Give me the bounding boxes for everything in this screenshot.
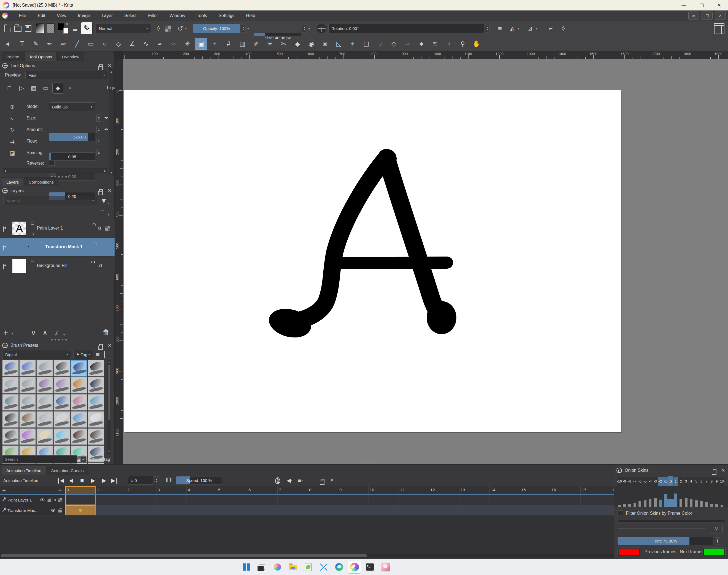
brush-preset-tile[interactable] — [2, 428, 19, 445]
brush-size-slider[interactable]: Size: 40.00 px — [254, 33, 301, 42]
add-timeline-layer-button[interactable]: + — [2, 487, 6, 494]
brush-preset-tile[interactable] — [2, 377, 19, 394]
layer-inherit-alpha-icon[interactable] — [105, 226, 110, 231]
pin-icon[interactable] — [2, 498, 5, 501]
timeline-frame-cell[interactable] — [429, 505, 459, 515]
opacity-caret-icon[interactable]: ▾ — [247, 27, 249, 31]
eraser-mode-button[interactable]: ◊ — [154, 25, 162, 33]
onion-opacity-bar[interactable] — [667, 499, 674, 507]
timeline-frame-cell[interactable] — [611, 495, 614, 505]
smart-patch-tool[interactable]: ⊠ — [319, 38, 331, 50]
expand-mask-chevron-icon[interactable]: ∨ — [32, 231, 35, 236]
onion-opacity-bar[interactable] — [638, 501, 641, 507]
krita-button[interactable] — [348, 561, 361, 573]
brush-preset-tile[interactable] — [36, 394, 53, 411]
bezier-curve-tool[interactable]: ∿ — [140, 38, 152, 50]
timeline-frame-cell[interactable] — [489, 505, 520, 515]
close-docker-icon[interactable]: × — [108, 188, 111, 194]
timeline-frame-header[interactable]: + ⇿ 0123456789101112131415161718 — [0, 486, 614, 494]
mirror-horizontal-caret-icon[interactable]: ▾ — [518, 27, 519, 31]
layer-visibility-icon[interactable] — [3, 264, 4, 269]
pattern-chooser[interactable] — [46, 23, 55, 33]
layer-alpha-icon[interactable]: α — [99, 262, 102, 268]
timeline-frame-cell[interactable] — [611, 505, 614, 515]
onion-frame-0[interactable]: 0 — [668, 476, 673, 487]
onion-frame-4[interactable]: 4 — [689, 477, 694, 486]
pin-icon[interactable] — [2, 509, 5, 512]
menu-select[interactable]: Select — [119, 10, 142, 21]
vscode-button[interactable]: ⤫ — [317, 561, 330, 573]
timeline-frame-cell[interactable] — [520, 505, 550, 515]
timeline-frame-cell[interactable] — [459, 495, 489, 505]
liquify-mode-liquify[interactable]: ◆ — [52, 82, 63, 94]
frame-number[interactable]: 13 — [461, 487, 465, 492]
brush-editor-button[interactable]: ✎ — [81, 22, 93, 35]
tag-button[interactable]: ⚑ Tag▾ — [73, 350, 93, 359]
brush-category-dropdown[interactable]: Digital▾ — [2, 350, 71, 359]
delete-layer-button[interactable]: 🗑 — [102, 328, 109, 337]
brush-preset-tile[interactable] — [70, 377, 87, 394]
preserve-alpha-button[interactable] — [164, 25, 172, 33]
layer-visibility-icon[interactable] — [3, 226, 4, 232]
move-layer-up-button[interactable]: ∧ — [42, 329, 48, 337]
liquify-mode-perspective[interactable]: ▷ — [16, 82, 27, 94]
lock-docker-icon[interactable] — [2, 63, 8, 69]
layer-visibility-icon[interactable] — [3, 245, 4, 251]
crop-tool[interactable]: # — [223, 38, 235, 50]
trim-image-button[interactable]: ⌐ — [547, 25, 555, 33]
lock-docker-icon[interactable] — [2, 343, 8, 348]
tool-options-hscrollbar[interactable]: ◀▶ — [3, 168, 107, 173]
tab-tool-options[interactable]: Tool Options — [25, 52, 57, 61]
layer-options-menu-icon[interactable]: ≡ — [100, 208, 104, 216]
brush-preset-tile[interactable] — [19, 428, 36, 445]
zoom-tool[interactable]: ⚲ — [457, 38, 469, 50]
onion-frame-3[interactable]: 3 — [684, 477, 689, 486]
layer-unlocked-icon[interactable] — [58, 510, 62, 512]
layer-options-caret-icon[interactable]: ▾ — [108, 213, 109, 216]
timeline-frame-cell[interactable] — [368, 495, 399, 505]
audio-caret-icon[interactable]: ▾ — [291, 479, 292, 482]
close-docker-icon[interactable]: × — [330, 478, 334, 483]
onion-frame-5[interactable]: 5 — [694, 477, 699, 486]
brush-size-spinner[interactable]: ▲▼ — [302, 24, 307, 32]
layer-thumbnail[interactable]: A — [12, 221, 26, 236]
onion-frame--5[interactable]: -5 — [643, 477, 647, 486]
brush-preset-tile[interactable] — [19, 360, 36, 376]
canvas-rotation-widget[interactable] — [317, 24, 326, 33]
lock-docker-icon[interactable] — [2, 188, 8, 194]
liquify-flow-icon[interactable]: ⇉ — [8, 138, 17, 145]
brush-preset-tile[interactable] — [88, 377, 104, 394]
bezier-select-tool[interactable]: ≋ — [429, 38, 441, 50]
reload-preset-button[interactable]: ↺ — [176, 25, 185, 33]
frame-number[interactable]: 18 — [612, 487, 614, 492]
speed-slider[interactable]: Speed: 100 % — [176, 476, 222, 484]
rotation-spinner[interactable]: ▲▼ — [485, 24, 490, 32]
frame-number[interactable]: 9 — [339, 487, 342, 492]
timeline-frame-cell[interactable] — [429, 495, 459, 505]
liquify-mode-free-transform[interactable]: □ — [4, 82, 15, 94]
brush-preset-tile[interactable] — [54, 428, 70, 445]
close-docker-icon[interactable]: × — [721, 468, 725, 473]
menu-settings[interactable]: Settings — [213, 10, 241, 21]
brush-preset-tile[interactable] — [36, 428, 53, 445]
freehand-brush-tool[interactable]: ✏ — [57, 38, 69, 50]
notepad-plus-plus-button[interactable] — [302, 561, 315, 573]
brush-preset-tile[interactable] — [19, 377, 36, 394]
new-document-button[interactable] — [4, 25, 13, 33]
amount-slider[interactable]: 0.05 — [49, 153, 95, 161]
timeline-hscrollbar[interactable] — [0, 554, 614, 557]
layer-row-transform-mask-1[interactable]: ∟ ● ⁘ Transform Mask 1 — [0, 238, 115, 257]
mirror-vertical-caret-icon[interactable]: ▾ — [536, 27, 537, 31]
tint-spinner[interactable]: ▲▼ — [715, 537, 720, 544]
onion-opacity-bar[interactable] — [715, 504, 718, 507]
timeline-settings-menu-icon[interactable]: ≡ — [297, 476, 301, 484]
skip-to-end-button[interactable]: ▶❙ — [109, 476, 120, 485]
onion-skin-toggle-icon[interactable] — [274, 476, 282, 484]
calligraphy-tool[interactable]: ✒ — [43, 38, 56, 50]
onion-opacity-bar[interactable] — [679, 499, 682, 507]
subwindow-restore-button[interactable]: ❐ — [702, 11, 713, 20]
reference-images-tool[interactable]: ⌖ — [347, 38, 359, 50]
timeline-frame-cell[interactable] — [247, 505, 277, 515]
timeline-frame-cell[interactable] — [65, 495, 96, 505]
timeline-frame-cell[interactable] — [126, 505, 156, 515]
